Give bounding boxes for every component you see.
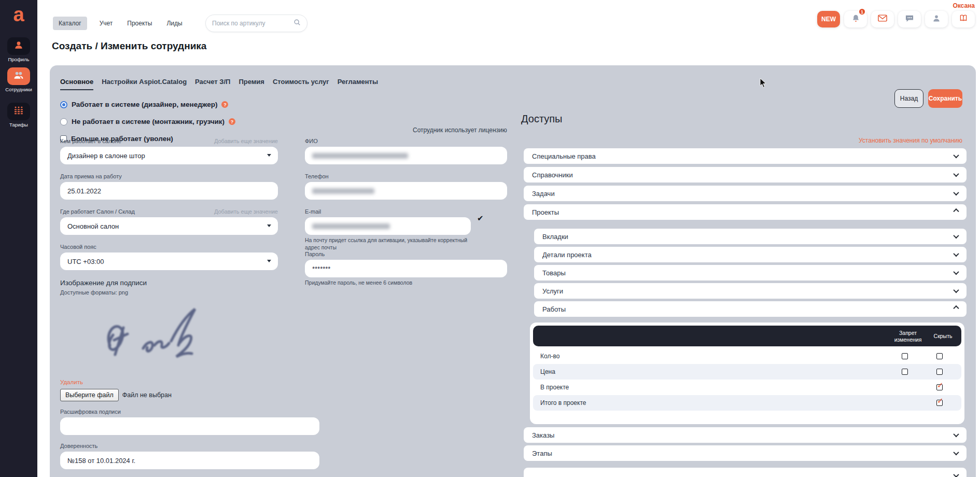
tab-catalog-settings[interactable]: Настройки Aspiot.Catalog [102, 78, 187, 90]
docs-button[interactable] [952, 11, 975, 27]
file-status-text: Файл не выбран [122, 391, 172, 399]
phone-input[interactable] [305, 182, 507, 200]
tab-main[interactable]: Основное [60, 78, 93, 90]
email-verified-check-icon: ✔ [477, 214, 484, 223]
tab-salary[interactable]: Расчет З/П [195, 78, 230, 90]
chevron-icon [953, 472, 959, 477]
save-button[interactable]: Сохранить [928, 89, 962, 108]
accordion-services[interactable]: Услуги [534, 283, 967, 299]
hire-date-label: Дата приема на работу [60, 173, 122, 179]
hide-checkbox[interactable] [936, 369, 943, 375]
accordion-orders[interactable]: Заказы [524, 427, 967, 443]
column-forbid-change: Запрет изменения [890, 330, 926, 343]
accordion-special-rights[interactable]: Специальные права [524, 148, 967, 164]
mail-button[interactable] [871, 11, 894, 27]
fio-input[interactable] [305, 147, 507, 164]
signature-delete-link[interactable]: Удалить [60, 379, 83, 385]
tab-service-cost[interactable]: Стоимость услуг [273, 78, 329, 90]
sidebar-item-label: Профиль [0, 57, 37, 62]
signature-text-field: Расшифровка подписи [60, 409, 319, 435]
forbid-checkbox[interactable] [902, 353, 908, 359]
email-hint: На почту придет ссылка для активации, ук… [305, 237, 484, 251]
poa-input[interactable]: №158 от 10.01.2024 г. [60, 452, 319, 469]
radio-not-works[interactable] [60, 118, 67, 125]
accordion-tabs-sub[interactable]: Вкладки [534, 229, 967, 244]
chevron-down-icon [267, 154, 271, 157]
sidebar-item-tariffs[interactable]: Тарифы [0, 103, 37, 128]
column-hide: Скрыть [929, 333, 957, 340]
role-field: Кем работает в салоне Добавить еще значе… [60, 138, 278, 164]
accordion-tasks[interactable]: Задачи [524, 186, 967, 201]
accordion-goods[interactable]: Товары [534, 265, 967, 280]
table-row: В проекте [533, 380, 961, 395]
accordion-works[interactable]: Работы [534, 301, 967, 317]
tab-bonus[interactable]: Премия [239, 78, 264, 90]
signature-text-label: Расшифровка подписи [60, 409, 121, 415]
main-nav: Каталог Учет Проекты Лиды [53, 17, 185, 30]
fio-label: ФИО [305, 138, 318, 144]
location-add-value-link[interactable]: Добавить еще значение [214, 208, 278, 215]
chevron-icon [953, 251, 959, 257]
email-input[interactable] [305, 217, 471, 235]
table-row: Кол-во [533, 348, 961, 364]
sidebar-item-profile[interactable]: Профиль [0, 37, 37, 62]
password-input[interactable]: ******* [305, 260, 507, 277]
account-button[interactable] [925, 11, 948, 27]
timezone-field: Часовой пояс UTC +03:00 [60, 244, 278, 270]
radio-works-label: Работает в системе (дизайнер, менеджер) [72, 101, 217, 108]
nav-catalog[interactable]: Каталог [53, 17, 87, 30]
radio-not-works-label: Не работает в системе (монтажник, грузчи… [72, 118, 225, 125]
chevron-icon [953, 269, 959, 275]
search-input[interactable] [212, 20, 293, 27]
radio-works-row[interactable]: Работает в системе (дизайнер, менеджер) … [60, 101, 228, 108]
new-button[interactable]: NEW [817, 11, 840, 27]
chat-button[interactable] [898, 11, 921, 27]
choose-file-button[interactable]: Выберите файл [60, 389, 119, 401]
hide-checkbox[interactable] [936, 400, 943, 406]
help-icon[interactable]: ? [229, 118, 235, 125]
notifications-button[interactable]: 1 [844, 11, 867, 27]
nav-leads[interactable]: Лиды [164, 17, 184, 30]
sidebar: a Профиль Сотрудники Тарифы [0, 0, 37, 477]
hire-date-input[interactable]: 25.01.2022 [60, 182, 278, 200]
location-field: Где работает Салон / Склад Добавить еще … [60, 208, 278, 235]
accordion-project-details[interactable]: Детали проекта [534, 247, 967, 262]
app-logo[interactable]: a [0, 3, 37, 27]
forbid-checkbox[interactable] [902, 369, 908, 375]
location-dropdown[interactable]: Основной салон [60, 217, 278, 235]
search-icon[interactable] [293, 19, 301, 28]
radio-works[interactable] [60, 101, 67, 108]
set-defaults-link[interactable]: Установить значения по умолчанию [524, 137, 962, 144]
nav-accounting[interactable]: Учет [97, 17, 115, 30]
search-box[interactable] [205, 15, 307, 32]
role-add-value-link[interactable]: Добавить еще значение [214, 138, 278, 144]
password-hint: Придумайте пароль, не менее 6 символов [305, 279, 507, 287]
back-button[interactable]: Назад [894, 89, 923, 108]
poa-field: Доверенность №158 от 10.01.2024 г. [60, 443, 319, 469]
envelope-icon [878, 15, 887, 24]
email-field: E-mail На почту придет ссылка для актива… [305, 208, 471, 251]
topbar-buttons: NEW 1 [817, 11, 975, 27]
help-icon[interactable]: ? [221, 101, 228, 108]
accordion-projects[interactable]: Проекты [524, 204, 967, 220]
tab-regulations[interactable]: Регламенты [338, 78, 378, 90]
radio-not-works-row[interactable]: Не работает в системе (монтажник, грузчи… [60, 118, 235, 125]
timezone-label: Часовой пояс [60, 244, 96, 250]
hide-checkbox[interactable] [936, 353, 943, 359]
accordion-partial[interactable] [524, 468, 967, 477]
current-user-name[interactable]: Оксана [953, 2, 975, 9]
timezone-dropdown[interactable]: UTC +03:00 [60, 252, 278, 270]
redacted-value [312, 188, 374, 194]
page-title: Создать / Изменить сотрудника [52, 40, 206, 52]
role-dropdown[interactable]: Дизайнер в салоне штор [60, 147, 278, 164]
topbar: Каталог Учет Проекты Лиды Оксана NEW 1 [37, 0, 980, 36]
nav-projects[interactable]: Проекты [125, 17, 154, 30]
signature-text-input[interactable] [60, 417, 319, 435]
accordion-stages[interactable]: Этапы [524, 445, 967, 461]
license-note: Сотрудник использует лицензию [413, 127, 507, 134]
hide-checkbox[interactable] [936, 384, 943, 390]
sidebar-item-employees[interactable]: Сотрудники [0, 67, 37, 92]
accordion-directories[interactable]: Справочники [524, 167, 967, 183]
book-icon [959, 14, 968, 24]
hire-date-field: Дата приема на работу 25.01.2022 [60, 173, 278, 200]
